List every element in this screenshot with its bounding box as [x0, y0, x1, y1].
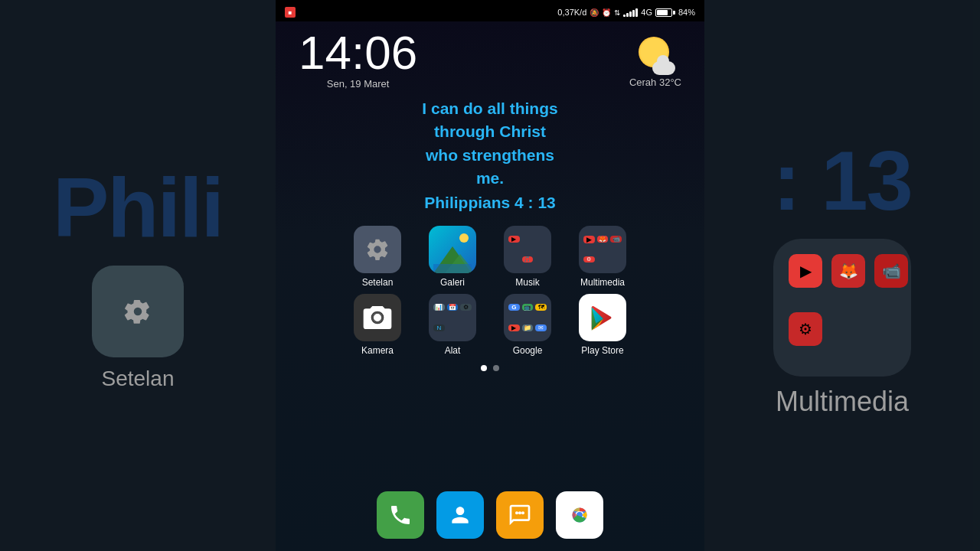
app-grid: Setelan Galeri ▶	[328, 223, 652, 359]
dock	[276, 484, 704, 551]
dock-messages[interactable]	[496, 491, 544, 539]
chrome-icon	[556, 491, 603, 539]
network-label: 4G	[641, 8, 652, 17]
alat-label: Alat	[445, 345, 461, 356]
google-icon: G 📺 🗺 ▶ 📁 ✉	[504, 294, 551, 341]
dot-2	[493, 365, 499, 371]
contacts-icon	[436, 491, 484, 539]
bg-left-text1: Phili	[53, 161, 223, 253]
app-multimedia[interactable]: ▶ 🦊 📹 ⚙ Multimedia	[568, 226, 637, 288]
app-galeri[interactable]: Galeri	[418, 226, 487, 288]
musik-icon: ▶ 🎵	[504, 226, 551, 273]
verse-reference: Philippians 4 : 13	[291, 194, 689, 212]
bg-left-panel: Phili Setelan	[0, 0, 276, 551]
setelan-label: Setelan	[362, 277, 394, 288]
phone-icon	[377, 491, 424, 539]
svg-point-7	[518, 511, 521, 514]
dock-contacts[interactable]	[436, 491, 484, 539]
app-musik[interactable]: ▶ 🎵 Musik	[493, 226, 562, 288]
side-empty2	[874, 312, 908, 361]
status-bar: ■ 0,37K/d 🔕 ⏰ ⇅ 4G	[276, 0, 704, 21]
side-mini-red3: ⚙	[789, 312, 822, 346]
page-dots	[481, 365, 499, 371]
messages-icon	[496, 491, 544, 539]
svg-point-6	[515, 511, 518, 514]
musik-label: Musik	[515, 277, 539, 288]
playstore-label: Play Store	[581, 345, 623, 356]
app-setelan[interactable]: Setelan	[343, 226, 412, 288]
status-left: ■	[285, 7, 296, 18]
bg-left-setelan-label: Setelan	[102, 367, 175, 391]
clock-time: 14:06	[299, 29, 417, 77]
side-mini-youtube: ▶	[789, 254, 822, 288]
clock-block: 14:06 Sen, 19 Maret	[299, 29, 417, 90]
battery-percent: 84%	[678, 8, 695, 17]
kamera-icon	[354, 294, 401, 341]
weather-label: Cerah 32°C	[629, 77, 681, 88]
playstore-icon	[579, 294, 626, 341]
alat-icon: 📊 📅 ⚙ N	[429, 294, 476, 341]
bg-left-settings-icon	[92, 266, 184, 357]
dock-chrome[interactable]	[556, 491, 603, 539]
app-playstore[interactable]: Play Store	[568, 294, 637, 356]
side-empty	[831, 312, 865, 361]
weather-icon	[635, 35, 675, 75]
svg-point-8	[521, 511, 524, 514]
data-icon: ⇅	[614, 8, 620, 17]
kamera-label: Kamera	[361, 345, 394, 356]
verse-block: I can do all things through Christ who s…	[276, 90, 704, 220]
wallpaper: 14:06 Sen, 19 Maret Cerah 32°C I can do …	[276, 21, 704, 551]
notification-icon: ■	[285, 7, 296, 18]
side-mini-red1: 🦊	[831, 254, 865, 288]
status-right: 0,37K/d 🔕 ⏰ ⇅ 4G 84%	[557, 8, 695, 17]
bg-right-folder: ▶ 🦊 📹 ⚙	[773, 239, 911, 377]
galeri-icon	[429, 226, 476, 273]
app-alat[interactable]: 📊 📅 ⚙ N Alat	[418, 294, 487, 356]
verse-text: I can do all things through Christ who s…	[291, 97, 689, 191]
multimedia-icon: ▶ 🦊 📹 ⚙	[579, 226, 626, 273]
phone-frame: ■ 0,37K/d 🔕 ⏰ ⇅ 4G	[276, 0, 704, 551]
bg-right-panel: : 13 ▶ 🦊 📹 ⚙ Multimedia	[704, 0, 980, 551]
app-kamera[interactable]: Kamera	[343, 294, 412, 356]
setelan-icon	[354, 226, 401, 273]
bg-right-text1: : 13	[773, 134, 912, 227]
mute-icon: 🔕	[590, 8, 599, 17]
alarm-icon: ⏰	[602, 8, 611, 17]
app-google[interactable]: G 📺 🗺 ▶ 📁 ✉ Google	[493, 294, 562, 356]
multimedia-label: Multimedia	[580, 277, 625, 288]
weather-block: Cerah 32°C	[629, 35, 681, 88]
dock-phone[interactable]	[377, 491, 424, 539]
svg-marker-2	[433, 264, 472, 273]
clock-area: 14:06 Sen, 19 Maret Cerah 32°C	[276, 21, 704, 90]
dot-1	[481, 365, 487, 371]
battery-icon	[655, 8, 675, 17]
google-label: Google	[513, 345, 543, 356]
bg-right-multimedia-label: Multimedia	[776, 386, 909, 418]
data-speed: 0,37K/d	[557, 8, 586, 17]
side-mini-red2: 📹	[874, 254, 908, 288]
clock-date: Sen, 19 Maret	[299, 78, 417, 90]
signal-bars-icon	[623, 8, 638, 17]
galeri-label: Galeri	[440, 277, 465, 288]
